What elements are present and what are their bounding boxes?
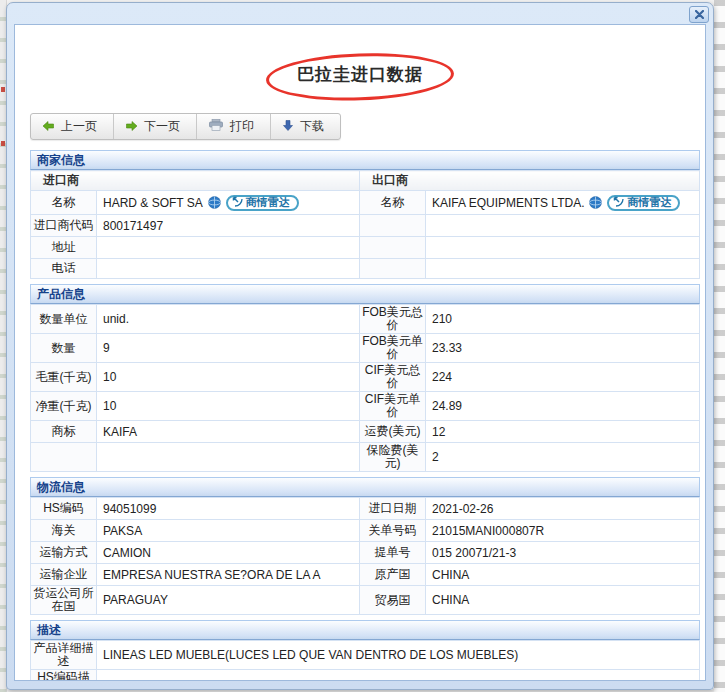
radar-badge-label: 商情雷达: [246, 195, 290, 210]
field-value: [426, 259, 700, 279]
background-page-right: [714, 0, 725, 692]
field-label: 名称: [31, 191, 97, 215]
merchant-table: 进口商 出口商 名称 HARD & SOFT SA: [30, 170, 700, 279]
prev-page-label: 上一页: [61, 118, 97, 135]
dialog-titlebar: [7, 3, 713, 23]
radar-icon: [232, 196, 243, 209]
field-label: 名称: [360, 191, 426, 215]
description-section: 描述 产品详细描述 LINEAS LED MUEBLE(LUCES LED QU…: [30, 620, 700, 681]
radar-icon: [613, 196, 624, 209]
field-label: 货运公司所在国: [31, 586, 97, 615]
field-value: 2021-02-26: [426, 498, 700, 520]
field-value: [426, 215, 700, 237]
prev-page-button[interactable]: 上一页: [31, 114, 113, 139]
table-row: 地址: [31, 237, 700, 259]
table-row: 名称 HARD & SOFT SA: [31, 191, 700, 215]
field-label: FOB美元单价: [360, 334, 426, 363]
field-value: 94051099: [97, 498, 360, 520]
radar-badge[interactable]: 商情雷达: [607, 195, 680, 211]
importer-name: HARD & SOFT SA: [103, 196, 203, 210]
table-row: 进口商 出口商: [31, 171, 700, 191]
field-value: [97, 259, 360, 279]
close-icon[interactable]: [689, 6, 709, 23]
field-label: CIF美元单价: [360, 392, 426, 421]
field-label: [360, 215, 426, 237]
field-value: 12: [426, 421, 700, 443]
field-value: PARAGUAY: [97, 586, 360, 615]
table-row: 海关 PAKSA 关单号码 21015MANI000807R: [31, 520, 700, 542]
table-row: 电话: [31, 259, 700, 279]
download-button[interactable]: 下载: [270, 114, 340, 139]
field-value: unid.: [97, 305, 360, 334]
field-label: 数量: [31, 334, 97, 363]
field-value: 9: [97, 334, 360, 363]
globe-icon[interactable]: [208, 196, 221, 209]
print-button[interactable]: 打印: [196, 114, 270, 139]
product-table: 数量单位 unid. FOB美元总价 210 数量 9 FOB美元单价 23.3…: [30, 304, 700, 472]
field-label: 运费(美元): [360, 421, 426, 443]
field-label: 进口日期: [360, 498, 426, 520]
blue-down-arrow-icon: [283, 120, 293, 134]
toolbar: 上一页 下一页 打印: [30, 113, 341, 140]
field-label: [360, 259, 426, 279]
globe-icon[interactable]: [589, 196, 602, 209]
field-value: 24.89: [426, 392, 700, 421]
field-label: HS编码描述: [31, 670, 97, 682]
importer-header: 进口商: [31, 171, 360, 191]
radar-badge-label: 商情雷达: [627, 195, 671, 210]
merchant-section-header: 商家信息: [30, 150, 700, 170]
field-value: 21015MANI000807R: [426, 520, 700, 542]
field-label: 电话: [31, 259, 97, 279]
field-value: EMPRESA NUESTRA SE?ORA DE LA A: [97, 564, 360, 586]
green-left-arrow-icon: [43, 120, 54, 134]
table-row: 运输方式 CAMION 提单号 015 20071/21-3: [31, 542, 700, 564]
field-label: 原产国: [360, 564, 426, 586]
field-label: HS编码: [31, 498, 97, 520]
field-value: LINEAS LED MUEBLE(LUCES LED QUE VAN DENT…: [97, 641, 700, 670]
next-page-button[interactable]: 下一页: [113, 114, 196, 139]
field-value: 015 20071/21-3: [426, 542, 700, 564]
description-table: 产品详细描述 LINEAS LED MUEBLE(LUCES LED QUE V…: [30, 640, 700, 681]
content: 商家信息 进口商 出口商 名称 HARD & SOFT SA: [15, 150, 705, 681]
field-value: CAMION: [97, 542, 360, 564]
importer-name-cell: HARD & SOFT SA: [97, 191, 360, 215]
field-value: 224: [426, 363, 700, 392]
field-value: 210: [426, 305, 700, 334]
field-label: 运输方式: [31, 542, 97, 564]
table-row: 净重(千克) 10 CIF美元单价 24.89: [31, 392, 700, 421]
product-section-header: 产品信息: [30, 284, 700, 304]
logistics-table: HS编码 94051099 进口日期 2021-02-26 海关 PAKSA 关…: [30, 497, 700, 615]
field-value: [426, 237, 700, 259]
field-label: [360, 237, 426, 259]
field-value: 10: [97, 363, 360, 392]
table-row: 毛重(千克) 10 CIF美元总价 224: [31, 363, 700, 392]
field-value: CHINA: [426, 564, 700, 586]
field-label: CIF美元总价: [360, 363, 426, 392]
table-row: 商标 KAIFA 运费(美元) 12: [31, 421, 700, 443]
table-row: HS编码 94051099 进口日期 2021-02-26: [31, 498, 700, 520]
field-value: [97, 443, 360, 472]
table-row: 保险费(美元) 2: [31, 443, 700, 472]
table-row: 产品详细描述 LINEAS LED MUEBLE(LUCES LED QUE V…: [31, 641, 700, 670]
field-value: 2: [426, 443, 700, 472]
next-page-label: 下一页: [144, 118, 180, 135]
printer-icon: [209, 119, 223, 134]
field-label: FOB美元总价: [360, 305, 426, 334]
table-row: 运输企业 EMPRESA NUESTRA SE?ORA DE LA A 原产国 …: [31, 564, 700, 586]
table-row: HS编码描述: [31, 670, 700, 682]
field-label: 海关: [31, 520, 97, 542]
field-label: 数量单位: [31, 305, 97, 334]
exporter-name: KAIFA EQUIPMENTS LTDA.: [432, 196, 584, 210]
field-value: KAIFA: [97, 421, 360, 443]
logistics-section: 物流信息 HS编码 94051099 进口日期 2021-02-26 海关 PA…: [30, 477, 700, 615]
field-label: 产品详细描述: [31, 641, 97, 670]
radar-badge[interactable]: 商情雷达: [226, 195, 299, 211]
exporter-header: 出口商: [360, 171, 700, 191]
page-title: 巴拉圭进口数据: [297, 63, 423, 86]
field-label: 地址: [31, 237, 97, 259]
field-value: PAKSA: [97, 520, 360, 542]
field-label: 运输企业: [31, 564, 97, 586]
field-value: 23.33: [426, 334, 700, 363]
field-value: [97, 237, 360, 259]
field-label: 商标: [31, 421, 97, 443]
